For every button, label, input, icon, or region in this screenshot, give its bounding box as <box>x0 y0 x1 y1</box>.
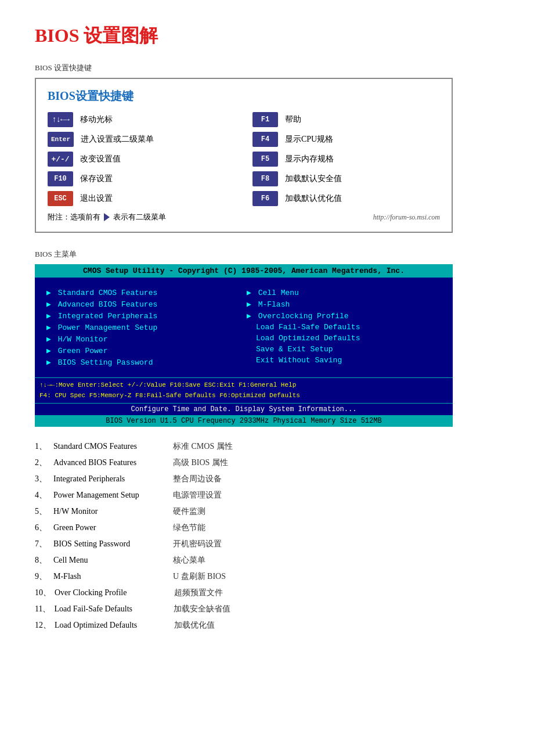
shortcut-row-plusminus: +/-/ 改变设置值 <box>48 152 235 167</box>
item-zh-2: 高级 BIOS 属性 <box>173 455 228 471</box>
item-zh-4: 电源管理设置 <box>173 487 222 503</box>
key-f1: F1 <box>252 112 278 127</box>
shortcut-desc-f5: 显示内存规格 <box>285 154 334 164</box>
item-num-6: 6、 <box>35 520 50 536</box>
key-enter: Enter <box>48 132 74 147</box>
bios-info-text: Configure Time and Date. Display System … <box>35 403 453 415</box>
bios-item-integrated[interactable]: ▶ Integrated Peripherals <box>46 310 241 322</box>
shortcut-desc-f6: 加载默认优化值 <box>285 193 342 204</box>
bios-main-box: CMOS Setup Utility - Copyright (C) 1985-… <box>35 264 453 427</box>
bios-item-optimized[interactable]: Load Optimized Defaults <box>247 333 441 344</box>
shortcut-keys-box: BIOS设置快捷键 ↑↓←→ 移动光标 F1 帮助 Enter 进入设置或二级菜… <box>35 78 453 233</box>
item-num-10: 10、 <box>35 585 51 601</box>
bios-item-green[interactable]: ▶ Green Power <box>46 345 241 357</box>
list-item-10: 10、 Over Clocking Profile 超频预置文件 <box>35 585 499 601</box>
bios-footer-line2: F4: CPU Spec F5:Memory-Z F8:Fail-Safe De… <box>39 391 448 401</box>
bios-item-advanced[interactable]: ▶ Advanced BIOS Features <box>46 298 241 310</box>
item-zh-9: U 盘刷新 BIOS <box>173 568 226 585</box>
item-num-5: 5、 <box>35 503 50 520</box>
item-zh-1: 标准 CMOS 属性 <box>173 438 233 455</box>
list-item-9: 9、 M-Flash U 盘刷新 BIOS <box>35 568 499 585</box>
bios-header: CMOS Setup Utility - Copyright (C) 1985-… <box>35 264 453 278</box>
bios-item-mflash[interactable]: ▶ M-Flash <box>247 298 441 310</box>
bios-item-hw[interactable]: ▶ H/W Monitor <box>46 333 241 345</box>
key-f5: F5 <box>252 152 278 167</box>
key-f8: F8 <box>252 171 278 186</box>
shortcut-row-esc: ESC 退出设置 <box>48 191 235 206</box>
list-item-5: 5、 H/W Monitor 硬件监测 <box>35 503 499 520</box>
item-en-6: Green Power <box>53 520 169 536</box>
shortcut-desc-enter: 进入设置或二级菜单 <box>81 134 154 145</box>
list-item-2: 2、 Advanced BIOS Features 高级 BIOS 属性 <box>35 455 499 471</box>
list-item-3: 3、 Integrated Peripherals 整合周边设备 <box>35 471 499 487</box>
item-en-4: Power Management Setup <box>53 487 169 503</box>
item-zh-5: 硬件监测 <box>173 503 205 520</box>
bios-item-exit-nosave[interactable]: Exit Without Saving <box>247 355 441 366</box>
shortcut-row-1: ↑↓←→ 移动光标 <box>48 112 235 127</box>
bios-item-password[interactable]: ▶ BIOS Setting Password <box>46 357 241 368</box>
item-en-10: Over Clocking Profile <box>55 585 171 601</box>
item-zh-6: 绿色节能 <box>173 520 205 536</box>
bios-footer-line1: ↑↓→←:Move Enter:Select +/-/:Value F10:Sa… <box>39 380 448 391</box>
shortcut-desc-esc: 退出设置 <box>80 193 113 204</box>
item-en-8: Cell Menu <box>53 552 169 568</box>
shortcut-row-f5: F5 显示内存规格 <box>252 152 440 167</box>
item-num-12: 12、 <box>35 617 51 633</box>
item-en-7: BIOS Setting Password <box>53 536 169 552</box>
note-prefix: 附注：选项前有 <box>48 212 100 222</box>
item-num-4: 4、 <box>35 487 50 503</box>
list-item-4: 4、 Power Management Setup 电源管理设置 <box>35 487 499 503</box>
list-item-1: 1、 Standard CMOS Features 标准 CMOS 属性 <box>35 438 499 455</box>
item-zh-12: 加载优化值 <box>174 617 215 633</box>
list-item-12: 12、 Load Optimized Defaults 加载优化值 <box>35 617 499 633</box>
item-zh-8: 核心菜单 <box>173 552 205 568</box>
shortcut-row-f8: F8 加载默认安全值 <box>252 171 440 186</box>
bios-item-oc[interactable]: ▶ Overclocking Profile <box>247 310 441 322</box>
key-f10: F10 <box>48 171 73 186</box>
shortcut-desc-f8: 加载默认安全值 <box>285 174 342 184</box>
shortcut-desc-1: 移动光标 <box>80 114 113 125</box>
submenu-arrow-icon <box>104 213 110 221</box>
item-en-11: Load Fail-Safe Defaults <box>54 601 170 617</box>
bios-item-standard[interactable]: ▶ Standard CMOS Features <box>46 287 241 298</box>
bios-right-column: ▶ Cell Menu ▶ M-Flash ▶ Overclocking Pro… <box>247 287 441 368</box>
bios-item-cell[interactable]: ▶ Cell Menu <box>247 287 441 298</box>
list-item-7: 7、 BIOS Setting Password 开机密码设置 <box>35 536 499 552</box>
shortcut-grid: ↑↓←→ 移动光标 F1 帮助 Enter 进入设置或二级菜单 F4 显示CPU… <box>48 112 440 206</box>
shortcut-row-f1: F1 帮助 <box>252 112 440 127</box>
bios-left-column: ▶ Standard CMOS Features ▶ Advanced BIOS… <box>46 287 241 368</box>
page-title: BIOS 设置图解 <box>35 23 499 49</box>
item-en-12: Load Optimized Defaults <box>55 617 171 633</box>
item-num-1: 1、 <box>35 438 50 455</box>
shortcut-box-title: BIOS设置快捷键 <box>48 88 440 104</box>
bios-menu-area: ▶ Standard CMOS Features ▶ Advanced BIOS… <box>35 278 453 377</box>
item-en-9: M-Flash <box>53 568 169 585</box>
bios-item-failsafe[interactable]: Load Fail-Safe Defaults <box>247 322 441 333</box>
key-f4: F4 <box>252 132 278 147</box>
list-item-11: 11、 Load Fail-Safe Defaults 加载安全缺省值 <box>35 601 499 617</box>
bios-item-save-exit[interactable]: Save & Exit Setup <box>247 344 441 355</box>
shortcut-section-label: BIOS 设置快捷键 <box>35 63 499 73</box>
item-zh-7: 开机密码设置 <box>173 536 222 552</box>
bios-item-power[interactable]: ▶ Power Management Setup <box>46 322 241 333</box>
item-zh-3: 整合周边设备 <box>173 471 222 487</box>
shortcut-row-f6: F6 加载默认优化值 <box>252 191 440 206</box>
key-f6: F6 <box>252 191 278 206</box>
bios-main-label: BIOS 主菜单 <box>35 249 499 260</box>
bios-footer: ↑↓→←:Move Enter:Select +/-/:Value F10:Sa… <box>35 377 453 403</box>
item-num-9: 9、 <box>35 568 50 585</box>
shortcut-row-f4: F4 显示CPU规格 <box>252 132 440 147</box>
item-zh-10: 超频预置文件 <box>174 585 223 601</box>
shortcut-desc-f4: 显示CPU规格 <box>285 134 333 145</box>
bios-version-bar: BIOS Version U1.5 CPU Frequency 2933MHz … <box>35 415 453 427</box>
shortcut-note: 附注：选项前有 表示有二级菜单 http://forum-so.msi.com <box>48 212 440 222</box>
item-zh-11: 加载安全缺省值 <box>174 601 230 617</box>
shortcut-desc-f1: 帮助 <box>285 114 301 125</box>
shortcut-desc-plusminus: 改变设置值 <box>80 154 121 164</box>
item-num-2: 2、 <box>35 455 50 471</box>
item-num-8: 8、 <box>35 552 50 568</box>
shortcut-row-f10: F10 保存设置 <box>48 171 235 186</box>
key-esc: ESC <box>48 191 73 206</box>
list-item-6: 6、 Green Power 绿色节能 <box>35 520 499 536</box>
item-en-3: Integrated Peripherals <box>53 471 169 487</box>
